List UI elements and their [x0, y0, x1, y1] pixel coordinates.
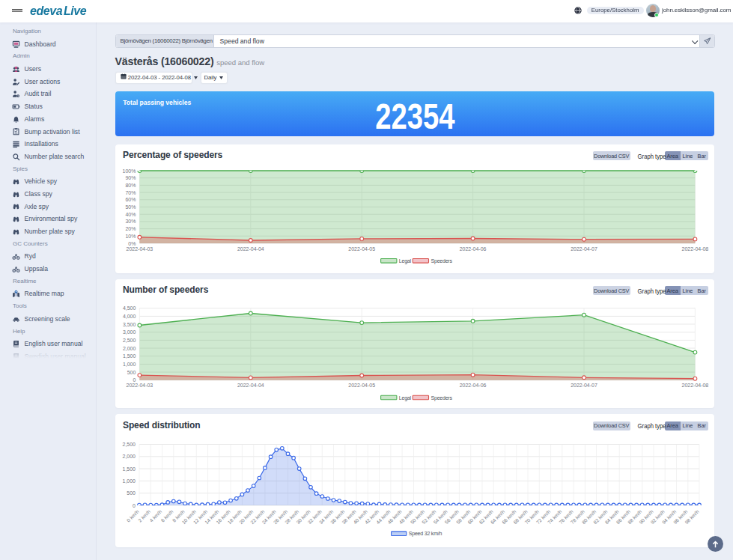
- svg-text:Speeders: Speeders: [431, 258, 452, 264]
- svg-text:2,000: 2,000: [123, 345, 136, 350]
- svg-text:3,500: 3,500: [123, 321, 136, 326]
- svg-text:0: 0: [133, 503, 136, 508]
- svg-text:2022-04-06: 2022-04-06: [459, 246, 486, 251]
- svg-text:500: 500: [127, 369, 136, 374]
- svg-text:1,500: 1,500: [122, 466, 136, 472]
- svg-text:2022-04-03: 2022-04-03: [126, 383, 153, 388]
- svg-text:80%: 80%: [125, 183, 136, 188]
- svg-text:2,000: 2,000: [122, 454, 136, 459]
- svg-text:40%: 40%: [125, 211, 136, 216]
- svg-text:1,500: 1,500: [123, 353, 136, 359]
- svg-text:10%: 10%: [125, 233, 136, 238]
- svg-text:70%: 70%: [125, 189, 136, 195]
- svg-text:50%: 50%: [125, 204, 136, 210]
- svg-text:60%: 60%: [125, 197, 136, 202]
- svg-text:Speeders: Speeders: [431, 395, 452, 401]
- svg-text:Legal: Legal: [398, 395, 411, 401]
- svg-text:2,500: 2,500: [123, 338, 136, 343]
- svg-text:500: 500: [127, 490, 136, 496]
- svg-text:2022-04-03: 2022-04-03: [126, 246, 153, 251]
- svg-text:4,000: 4,000: [123, 314, 136, 319]
- svg-text:2022-04-06: 2022-04-06: [459, 383, 486, 388]
- svg-text:0%: 0%: [128, 240, 136, 246]
- svg-text:2022-04-07: 2022-04-07: [571, 246, 597, 251]
- svg-text:2,500: 2,500: [122, 442, 136, 447]
- svg-text:0: 0: [133, 377, 136, 383]
- svg-text:30%: 30%: [125, 219, 136, 224]
- svg-text:3,000: 3,000: [123, 329, 136, 335]
- svg-text:4,500: 4,500: [123, 305, 136, 311]
- svg-text:2022-04-04: 2022-04-04: [237, 246, 264, 251]
- svg-text:2022-04-05: 2022-04-05: [348, 246, 375, 251]
- svg-text:2022-04-05: 2022-04-05: [348, 383, 375, 388]
- svg-text:Legal: Legal: [398, 258, 411, 264]
- svg-text:1,000: 1,000: [123, 361, 136, 366]
- svg-text:2022-04-07: 2022-04-07: [571, 383, 597, 388]
- svg-text:2022-04-08: 2022-04-08: [681, 246, 708, 251]
- svg-text:2022-04-04: 2022-04-04: [237, 383, 264, 388]
- svg-text:2022-04-08: 2022-04-08: [681, 383, 708, 388]
- svg-text:20%: 20%: [125, 226, 136, 231]
- svg-text:90%: 90%: [125, 175, 136, 180]
- svg-text:Speed 32 km/h: Speed 32 km/h: [408, 531, 442, 537]
- svg-text:100%: 100%: [122, 168, 136, 173]
- svg-text:1,000: 1,000: [122, 478, 136, 484]
